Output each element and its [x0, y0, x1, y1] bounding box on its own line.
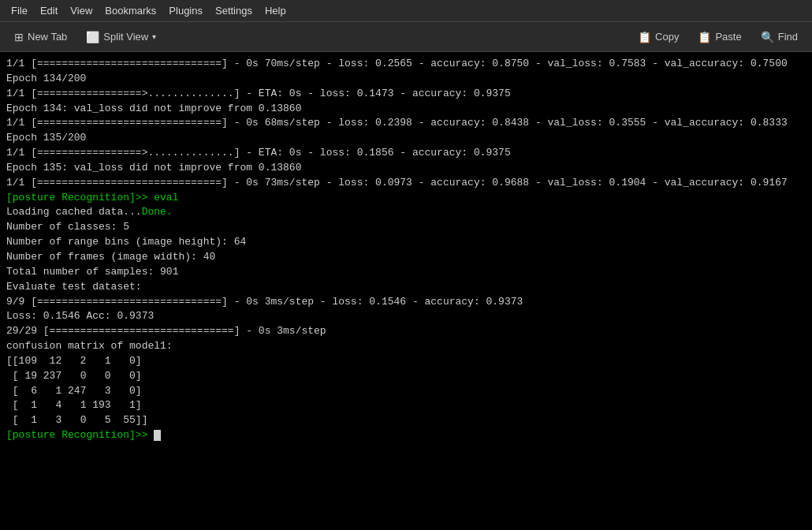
terminal-line: Epoch 135/200: [6, 131, 806, 146]
paste-icon: 📋: [698, 31, 711, 43]
split-view-button[interactable]: ⬜ Split View ▾: [78, 28, 164, 47]
menu-help[interactable]: Help: [259, 3, 292, 18]
terminal-line: 1/1 [==============================] - 0…: [6, 176, 806, 191]
menu-settings[interactable]: Settings: [209, 3, 259, 18]
menu-bookmarks[interactable]: Bookmarks: [99, 3, 162, 18]
find-button[interactable]: 🔍 Find: [753, 28, 806, 47]
menu-bar: File Edit View Bookmarks Plugins Setting…: [0, 0, 812, 22]
terminal-line: 9/9 [==============================] - 0…: [6, 295, 806, 310]
terminal-line: [ 19 237 0 0 0]: [6, 369, 806, 384]
terminal-line: Number of classes: 5: [6, 220, 806, 235]
menu-view[interactable]: View: [64, 3, 99, 18]
terminal-line: [ 1 3 0 5 55]]: [6, 413, 806, 428]
terminal-line: 1/1 [==============================] - 0…: [6, 116, 806, 131]
menu-edit[interactable]: Edit: [34, 3, 64, 18]
terminal-line: Epoch 134/200: [6, 72, 806, 87]
terminal-line: Epoch 135: val_loss did not improve from…: [6, 161, 806, 176]
terminal-line: Epoch 134: val_loss did not improve from…: [6, 102, 806, 117]
split-view-icon: ⬜: [86, 31, 99, 43]
chevron-down-icon: ▾: [152, 32, 156, 41]
terminal-line: confusion matrix of model1:: [6, 339, 806, 354]
terminal-line: 29/29 [==============================] -…: [6, 324, 806, 339]
terminal-line: [posture Recognition]>>: [6, 428, 806, 443]
terminal-line: Evaluate test dataset:: [6, 280, 806, 295]
copy-button[interactable]: 📋 Copy: [630, 28, 687, 47]
toolbar: ⊞ New Tab ⬜ Split View ▾ 📋 Copy 📋 Paste …: [0, 22, 812, 52]
new-tab-icon: ⊞: [14, 31, 24, 43]
terminal-line: Loading cached data...Done.: [6, 205, 806, 220]
menu-plugins[interactable]: Plugins: [162, 3, 209, 18]
terminal-line: Total number of samples: 901: [6, 265, 806, 280]
terminal-line: Loss: 0.1546 Acc: 0.9373: [6, 309, 806, 324]
paste-button[interactable]: 📋 Paste: [690, 28, 749, 47]
menu-file[interactable]: File: [5, 3, 34, 18]
terminal-line: Number of range bins (image height): 64: [6, 235, 806, 250]
terminal-line: 1/1 [=================>..............] -…: [6, 146, 806, 161]
terminal-line: [[109 12 2 1 0]: [6, 354, 806, 369]
terminal-line: [ 1 4 1 193 1]: [6, 398, 806, 413]
new-tab-button[interactable]: ⊞ New Tab: [6, 28, 75, 47]
terminal-line: [posture Recognition]>> eval: [6, 191, 806, 206]
terminal-cursor: [154, 430, 161, 441]
copy-icon: 📋: [638, 31, 651, 43]
terminal-line: 1/1 [==============================] - 0…: [6, 57, 806, 72]
terminal-line: 1/1 [=================>..............] -…: [6, 87, 806, 102]
toolbar-right: 📋 Copy 📋 Paste 🔍 Find: [630, 28, 806, 47]
terminal-output[interactable]: 1/1 [==============================] - 0…: [0, 52, 812, 530]
terminal-line: Number of frames (image width): 40: [6, 250, 806, 265]
find-icon: 🔍: [761, 31, 774, 43]
terminal-line: [ 6 1 247 3 0]: [6, 384, 806, 399]
